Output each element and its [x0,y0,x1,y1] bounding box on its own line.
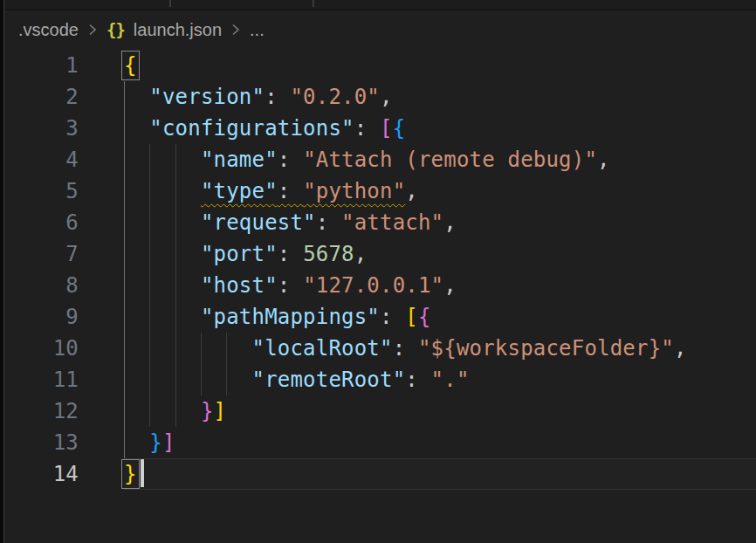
line-number[interactable]: 11 [4,364,79,395]
code-content[interactable]: { [124,50,756,81]
token [124,336,252,361]
code-content[interactable]: "localRoot": "${workspaceFolder}", [124,333,756,364]
json-braces-icon: {} [107,20,125,39]
code-line[interactable]: 7 "port": 5678, [4,238,756,270]
line-number[interactable]: 6 [4,207,79,238]
token: , [443,210,457,235]
token: "version" [149,85,265,109]
breadcrumb-ellipsis[interactable]: ... [250,20,265,40]
bracket-match: } [124,462,137,486]
breadcrumb: .vscode {} launch.json ... [4,10,756,49]
code-content[interactable]: "request": "attach", [124,207,756,238]
code-line[interactable]: 2 "version": "0.2.0", [4,81,756,113]
indent-guide [175,238,176,270]
tab-segment[interactable] [314,0,756,9]
token [124,305,201,329]
code-line[interactable]: 1{ [4,50,756,81]
tab-segment[interactable] [171,0,313,9]
code-content[interactable]: "type": "python", [124,175,756,207]
code-line[interactable]: 11 "remoteRoot": "." [4,364,756,395]
line-number[interactable]: 13 [4,427,79,458]
code-line[interactable]: 10 "localRoot": "${workspaceFolder}", [4,333,756,364]
line-number[interactable]: 1 [4,50,79,81]
token: "type" [201,179,278,203]
line-number[interactable]: 5 [4,175,79,207]
code-content[interactable]: "remoteRoot": "." [124,364,756,395]
code-line[interactable]: 5 "type": "python", [4,175,756,207]
indent-guide [124,207,125,238]
indent-guide [124,270,125,301]
token [124,399,201,423]
line-number[interactable]: 9 [4,301,79,333]
line-number[interactable]: 10 [4,333,79,364]
token [124,179,201,203]
token [124,148,201,172]
breadcrumb-file[interactable]: launch.json [134,20,222,40]
code-lines: 1{2 "version": "0.2.0",3 "configurations… [4,50,756,490]
token: , [405,179,418,203]
bracket-match: { [124,53,137,78]
indent-guide [124,333,125,364]
line-number[interactable]: 14 [4,458,79,490]
tab-segment[interactable] [4,0,169,9]
code-area[interactable]: 1{2 "version": "0.2.0",3 "configurations… [4,50,756,543]
token: "host" [201,273,278,298]
line-number[interactable]: 7 [4,238,79,270]
token: : [405,368,430,392]
token: , [380,85,393,109]
indent-guide [124,427,125,458]
text-cursor [141,459,144,487]
token: [ [405,305,418,329]
token: : [380,305,405,329]
code-line[interactable]: 12 }] [4,395,756,427]
code-content[interactable]: "version": "0.2.0", [124,81,756,113]
code-line[interactable]: 13 }] [4,427,756,458]
code-content[interactable]: "host": "127.0.0.1", [124,270,756,301]
line-number[interactable]: 8 [4,270,79,301]
code-line[interactable]: 6 "request": "attach", [4,207,756,238]
line-number[interactable]: 12 [4,395,79,427]
line-number[interactable]: 4 [4,144,79,175]
code-content[interactable]: "configurations": [{ [124,113,756,144]
line-number[interactable]: 2 [4,81,79,113]
code-content[interactable]: }] [124,395,756,427]
code-content[interactable]: }] [124,427,756,458]
code-line[interactable]: 8 "host": "127.0.0.1", [4,270,756,301]
token: "${workspaceFolder}" [418,336,674,361]
code-content[interactable]: "name": "Attach (remote debug)", [124,144,756,175]
indent-guide [124,238,125,270]
token: ] [162,430,175,455]
indent-guide [201,333,202,364]
indent-guide [175,395,176,427]
token: , [443,273,457,298]
code-line[interactable]: 4 "name": "Attach (remote debug)", [4,144,756,175]
indent-guide [175,175,176,207]
line-number[interactable]: 3 [4,113,79,144]
token: "request" [201,210,316,235]
token: "localRoot" [252,336,393,361]
token: ] [214,399,227,423]
tab-strip [4,0,756,10]
token [124,116,149,141]
token: "remoteRoot" [252,368,406,392]
indent-guide [149,395,150,427]
token: "attach" [341,210,443,235]
code-line[interactable]: 9 "pathMappings": [{ [4,301,756,333]
chevron-right-icon [230,21,241,38]
code-content[interactable]: "port": 5678, [124,238,756,270]
token [124,368,252,392]
token: "python" [303,179,405,203]
code-line[interactable]: 3 "configurations": [{ [4,113,756,144]
token [124,273,201,298]
code-content[interactable]: "pathMappings": [{ [124,301,756,333]
token: "pathMappings" [201,305,380,329]
token: , [674,336,687,361]
code-line[interactable]: 14} [4,458,756,490]
indent-guide [175,144,176,175]
breadcrumb-folder[interactable]: .vscode [18,20,79,40]
indent-guide [124,301,125,333]
indent-guide [175,364,176,395]
code-content[interactable]: } [124,458,756,490]
indent-guide [124,144,125,175]
token: [ [380,116,393,141]
